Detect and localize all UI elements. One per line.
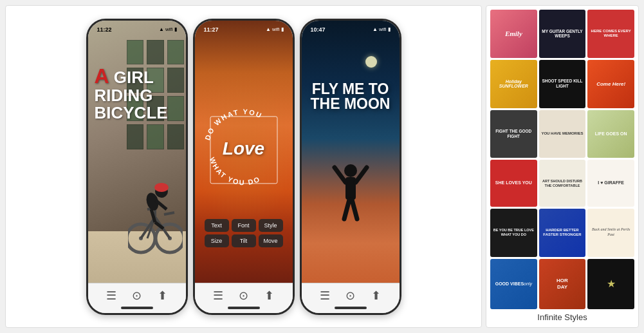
camera-icon-2[interactable]: ⊙ bbox=[239, 289, 248, 303]
gallery-item-9[interactable]: SHE LOVES YOU bbox=[490, 160, 537, 206]
toolbar-row-1: Text Font Style bbox=[200, 219, 288, 232]
svg-text:DO WHAT YOU: DO WHAT YOU bbox=[203, 108, 264, 141]
style-btn[interactable]: Style bbox=[259, 219, 283, 232]
gallery-item-12[interactable]: BE YOU BE TRUE LOVE WHAT YOU DO bbox=[490, 209, 537, 257]
svg-line-8 bbox=[164, 213, 174, 214]
camera-icon-3[interactable]: ⊙ bbox=[345, 289, 355, 303]
phone2-bottom-bar: ☰ ⊙ ⬆ bbox=[195, 283, 293, 313]
phone2-screen: DO WHAT YOU WHAT YOU DO Love bbox=[195, 21, 293, 283]
gallery-item-0[interactable]: Emily bbox=[490, 10, 537, 58]
phone-3: 10:47 ▲ wifi ▮ bbox=[300, 19, 401, 315]
time-1: 11:22 bbox=[97, 26, 112, 33]
wifi-icon-2: wifi bbox=[272, 26, 280, 32]
toolbar-row-2: Size Tilt Move bbox=[200, 234, 288, 247]
gallery-item-11[interactable]: I ♥ GIRAFFE bbox=[587, 160, 634, 206]
moon bbox=[365, 56, 377, 68]
phones-section: 11:22 ▲ wifi ▮ bbox=[5, 5, 482, 328]
svg-point-15 bbox=[154, 183, 169, 192]
text-btn[interactable]: Text bbox=[205, 219, 229, 232]
cyclist-silhouette bbox=[128, 177, 183, 257]
move-btn[interactable]: Move bbox=[259, 234, 283, 247]
svg-line-20 bbox=[335, 167, 345, 182]
gallery-item-7[interactable]: YOU HAVE MEMORIES bbox=[539, 110, 586, 158]
tilt-btn[interactable]: Tilt bbox=[232, 234, 256, 247]
svg-line-22 bbox=[344, 200, 349, 219]
gallery-item-8[interactable]: LIFE GOES ON bbox=[587, 110, 634, 158]
phone1-bottom-bar: ☰ ⊙ ⬆ bbox=[88, 283, 186, 313]
share-icon-2[interactable]: ⬆ bbox=[264, 289, 274, 303]
battery-icon-3: ▮ bbox=[388, 26, 391, 32]
signal-icon-2: ▲ bbox=[266, 26, 271, 32]
status-bar-2: 11:27 ▲ wifi ▮ bbox=[195, 21, 293, 36]
menu-icon-3[interactable]: ☰ bbox=[320, 289, 330, 303]
gallery-item-2[interactable]: HERE COMES EVERY WHERE bbox=[587, 10, 634, 58]
gallery-title: Infinite Styles bbox=[490, 309, 634, 323]
menu-icon-2[interactable]: ☰ bbox=[213, 289, 223, 303]
gallery-section: Emily MY GUITAR GENTLY WEEPS HERE COMES … bbox=[486, 5, 639, 328]
battery-icon-2: ▮ bbox=[281, 26, 284, 32]
time-2: 11:27 bbox=[204, 26, 219, 33]
phone1-screen: A GIRLRIDINGBICYCLE bbox=[88, 21, 186, 283]
phone3-bottom-bar: ☰ ⊙ ⬆ bbox=[302, 283, 400, 313]
gallery-item-14[interactable]: Back and Smile at Perils Past bbox=[587, 209, 634, 257]
svg-text:WHAT YOU DO: WHAT YOU DO bbox=[208, 156, 261, 186]
svg-line-21 bbox=[356, 167, 367, 182]
gallery-item-6[interactable]: FIGHT THE GOOD FIGHT bbox=[490, 110, 537, 158]
svg-rect-19 bbox=[345, 177, 356, 200]
camera-icon-1[interactable]: ⊙ bbox=[132, 289, 142, 303]
menu-icon-1[interactable]: ☰ bbox=[106, 289, 116, 303]
gallery-item-15[interactable]: GOOD VIBES only bbox=[490, 259, 537, 309]
wifi-icon-1: wifi bbox=[165, 26, 173, 32]
gallery-item-3[interactable]: Holiday SUNFLOWER bbox=[490, 60, 537, 108]
phone-2: 11:27 ▲ wifi ▮ bbox=[193, 19, 295, 315]
share-icon-3[interactable]: ⬆ bbox=[371, 289, 381, 303]
battery-icon-1: ▮ bbox=[174, 26, 177, 32]
wifi-icon-3: wifi bbox=[379, 26, 387, 32]
gallery-item-16[interactable]: HORDAY bbox=[539, 259, 586, 309]
gallery-item-4[interactable]: SHOOT SPEED KILL LIGHT bbox=[539, 60, 586, 108]
status-bar-1: 11:22 ▲ wifi ▮ bbox=[88, 21, 186, 36]
app-container: 11:22 ▲ wifi ▮ bbox=[0, 0, 644, 333]
gallery-item-1[interactable]: MY GUITAR GENTLY WEEPS bbox=[539, 10, 586, 58]
phone-1: 11:22 ▲ wifi ▮ bbox=[86, 19, 188, 315]
size-btn[interactable]: Size bbox=[205, 234, 229, 247]
circular-text-container: DO WHAT YOU WHAT YOU DO Love bbox=[199, 104, 289, 195]
gallery-item-10[interactable]: ART SHOULD DISTURB THE COMFORTABLE bbox=[539, 160, 586, 206]
font-btn[interactable]: Font bbox=[232, 219, 256, 232]
status-bar-3: 10:47 ▲ wifi ▮ bbox=[302, 21, 400, 36]
gallery-item-13[interactable]: HARDER BETTER FASTER STRONGER bbox=[539, 209, 586, 257]
svg-point-18 bbox=[344, 164, 357, 177]
gallery-grid: Emily MY GUITAR GENTLY WEEPS HERE COMES … bbox=[490, 10, 634, 309]
time-3: 10:47 bbox=[311, 26, 326, 33]
phone2-toolbars: Text Font Style Size Tilt Move bbox=[195, 219, 293, 247]
person-silhouette bbox=[331, 158, 370, 231]
phone3-text: FLY ME TOTHE MOON bbox=[307, 82, 394, 111]
phone3-screen: FLY ME TOTHE MOON bbox=[302, 21, 400, 283]
signal-icon-3: ▲ bbox=[373, 26, 378, 32]
gallery-item-5[interactable]: Come Here! bbox=[587, 60, 634, 108]
gallery-item-17[interactable]: ★ bbox=[587, 259, 634, 309]
signal-icon-1: ▲ bbox=[159, 26, 164, 32]
share-icon-1[interactable]: ⬆ bbox=[158, 289, 167, 303]
svg-line-23 bbox=[352, 200, 357, 219]
phone1-text: A GIRLRIDINGBICYCLE bbox=[95, 66, 168, 122]
